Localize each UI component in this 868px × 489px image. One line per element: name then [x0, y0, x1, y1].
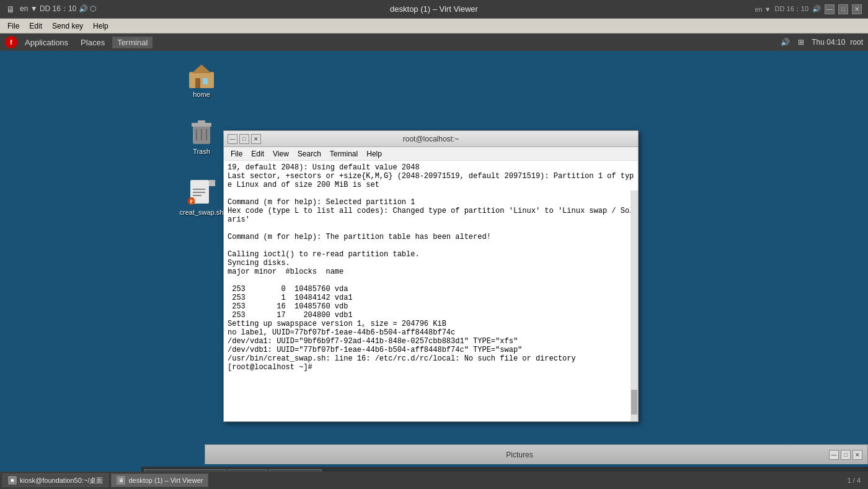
svg-rect-14 [193, 192, 205, 193]
virt-viewer-menubar: File Edit Send key Help [0, 19, 868, 34]
titlebar-volume-icon: 🔊 [812, 5, 821, 13]
svg-rect-3 [203, 78, 208, 84]
desktop-icon-home[interactable]: home [177, 57, 226, 101]
pictures-window-bar: Pictures — □ ✕ [205, 444, 868, 464]
virt-minimize-button[interactable]: — [825, 4, 835, 14]
fedora-logo: f [5, 36, 17, 48]
terminal-menu-view[interactable]: View [268, 149, 293, 159]
gnome-clock: Thu 04:10 [812, 38, 845, 47]
titlebar-clock: DD 16：10 [775, 4, 808, 14]
terminal-minimize-button[interactable]: — [228, 134, 237, 144]
terminal-content[interactable]: 19, default 2048): Using default value 2… [224, 161, 638, 421]
terminal-close-button[interactable]: ✕ [251, 134, 261, 144]
app-name-label: en ▼ DD 16：10 🔊 ⬡ [20, 4, 96, 14]
kiosk-task-icon: ■ [8, 476, 17, 485]
home-icon-label: home [193, 91, 210, 98]
kiosk-task-label: kiosk@foundation50:~/桌面 [20, 476, 103, 485]
pictures-maximize-button[interactable]: □ [841, 450, 851, 460]
virt-task-icon: 🖥 [117, 476, 125, 485]
terminal-scrollbar-thumb[interactable] [631, 390, 637, 415]
gnome-places-menu[interactable]: Places [76, 37, 110, 48]
terminal-menu-search[interactable]: Search [293, 149, 326, 159]
titlebar-left: 🖥 en ▼ DD 16：10 🔊 ⬡ [6, 4, 96, 14]
pictures-window-buttons: — □ ✕ [829, 450, 862, 460]
svg-rect-13 [193, 189, 205, 190]
svg-marker-1 [192, 65, 211, 73]
host-taskbar: ■ kiosk@foundation50:~/桌面 🖥 desktop (1) … [0, 472, 868, 489]
gnome-top-panel: f Applications Places Terminal 🔊 ⊞ Thu 0… [0, 34, 868, 51]
virt-viewer-titlebar: 🖥 en ▼ DD 16：10 🔊 ⬡ desktop (1) – Virt V… [0, 0, 868, 19]
svg-rect-15 [193, 195, 202, 196]
virt-viewer-title: desktop (1) – Virt Viewer [390, 4, 478, 14]
virt-viewer-icon: 🖥 [6, 4, 15, 14]
gnome-terminal-menu[interactable]: Terminal [112, 37, 153, 48]
svg-rect-0 [189, 72, 214, 88]
virt-maximize-button[interactable]: □ [838, 4, 848, 14]
gnome-desktop: f Applications Places Terminal 🔊 ⊞ Thu 0… [0, 34, 868, 489]
svg-rect-12 [209, 180, 215, 186]
script-icon-label: creat_swap.sh [180, 209, 224, 216]
virt-task-label: desktop (1) – Virt Viewer [128, 477, 203, 484]
volume-icon[interactable]: 🔊 [779, 37, 790, 48]
desktop-icon-trash[interactable]: Trash [177, 114, 226, 158]
home-folder-icon [187, 60, 216, 89]
svg-text:#!: #! [190, 199, 196, 205]
pictures-window-title: Pictures [210, 451, 829, 459]
terminal-window: — □ ✕ root@localhost:~ File Edit View Se… [223, 130, 639, 422]
terminal-menu-file[interactable]: File [226, 149, 247, 159]
virt-close-button[interactable]: ✕ [852, 4, 862, 14]
virt-menu-file[interactable]: File [2, 20, 24, 32]
gnome-panel-left: f Applications Places Terminal [5, 36, 153, 48]
virt-menu-help[interactable]: Help [88, 20, 113, 32]
host-task-kiosk[interactable]: ■ kiosk@foundation50:~/桌面 [2, 473, 108, 487]
titlebar-right: en ▼ DD 16：10 🔊 — □ ✕ [755, 4, 862, 14]
host-task-virt[interactable]: 🖥 desktop (1) – Virt Viewer [111, 473, 208, 487]
pictures-minimize-button[interactable]: — [829, 450, 839, 460]
terminal-menu-terminal[interactable]: Terminal [326, 149, 362, 159]
terminal-title-label: root@localhost:~ [261, 135, 601, 143]
virt-menu-edit[interactable]: Edit [24, 20, 47, 32]
titlebar-en-label: en ▼ [755, 6, 771, 13]
virt-viewer-window: 🖥 en ▼ DD 16：10 🔊 ⬡ desktop (1) – Virt V… [0, 0, 868, 489]
desktop-icon-script[interactable]: #! creat_swap.sh [177, 175, 226, 218]
host-taskbar-right: 1 / 4 [848, 477, 866, 484]
host-page-info: 1 / 4 [848, 477, 861, 484]
gnome-user-label: root [850, 38, 863, 47]
script-file-icon: #! [187, 177, 216, 207]
svg-rect-6 [198, 120, 205, 124]
trash-icon [187, 117, 216, 146]
gnome-applications-menu[interactable]: Applications [20, 37, 73, 48]
virt-menu-sendkey[interactable]: Send key [47, 20, 88, 32]
terminal-menubar: File Edit View Search Terminal Help [224, 147, 638, 161]
svg-rect-2 [195, 78, 200, 88]
network-icon[interactable]: ⊞ [795, 37, 807, 48]
terminal-maximize-button[interactable]: □ [239, 134, 249, 144]
terminal-scrollbar[interactable] [631, 191, 638, 421]
terminal-menu-edit[interactable]: Edit [247, 149, 268, 159]
gnome-panel-right: 🔊 ⊞ Thu 04:10 root [779, 37, 863, 48]
terminal-menu-help[interactable]: Help [362, 149, 386, 159]
terminal-titlebar[interactable]: — □ ✕ root@localhost:~ [224, 131, 638, 147]
terminal-window-buttons: — □ ✕ [228, 134, 261, 144]
trash-icon-label: Trash [193, 148, 210, 155]
pictures-close-button[interactable]: ✕ [852, 450, 862, 460]
